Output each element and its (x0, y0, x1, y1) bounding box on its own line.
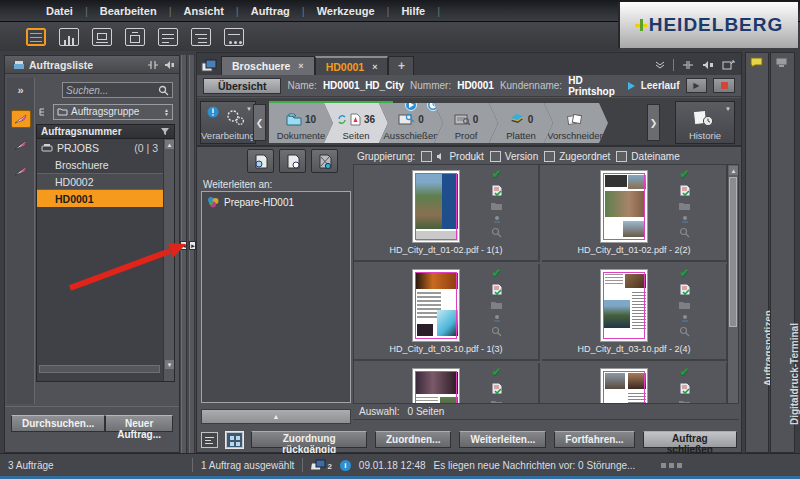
detach-window-icon[interactable] (722, 60, 735, 70)
side-tab-auftragsnotizen[interactable]: Auftragsnotizen (745, 52, 769, 453)
menu-datei[interactable]: Datei (34, 5, 85, 17)
page-accept-tool-icon[interactable] (279, 149, 306, 173)
job-list-hscrollbar[interactable] (39, 365, 160, 373)
page-thumbnail[interactable] (412, 269, 460, 342)
tree-row-hd0002[interactable]: HD0002 (37, 173, 174, 190)
menu-ansicht[interactable]: Ansicht (171, 5, 235, 17)
scroll-up-icon[interactable]: ▲ (729, 166, 738, 175)
continue-button[interactable]: Fortfahren... (554, 431, 634, 448)
step-proof[interactable]: 0 Proof (434, 103, 498, 143)
grouping-produkt[interactable]: Produkt (421, 151, 483, 162)
stop-button[interactable] (713, 78, 735, 93)
processing-step[interactable]: ▼ Verarbeitung (200, 101, 256, 144)
page-thumbnail[interactable] (412, 368, 460, 404)
grid-scrollbar[interactable]: ▲ (727, 164, 739, 404)
tree-mode-icon[interactable] (38, 107, 50, 117)
printer-icon[interactable] (125, 28, 145, 46)
splitter-collapse-right-icon[interactable]: ► (189, 241, 196, 250)
dateiname-checkbox[interactable] (616, 151, 627, 162)
job-list-scrollbar[interactable]: ▲ ▼ (163, 139, 174, 381)
dropdown-icon[interactable]: ▼ (246, 106, 252, 112)
speaker-icon[interactable] (163, 60, 175, 70)
forward-button[interactable]: Weiterleiten... (459, 431, 546, 448)
expand-strip-icon[interactable]: » (17, 84, 23, 96)
import-document-icon[interactable] (158, 28, 178, 46)
tab-broschuere[interactable]: Broschuere × (221, 56, 315, 75)
search-icon[interactable] (158, 85, 169, 96)
browse-button[interactable]: Durchsuchen... (11, 415, 105, 432)
grid-view-icon[interactable] (226, 432, 243, 448)
grouping-version[interactable]: Version (490, 151, 538, 162)
assign-button[interactable]: Zuordnen... (375, 431, 451, 448)
menu-hilfe[interactable]: Hilfe (389, 5, 437, 17)
start-button[interactable]: ▶ (686, 78, 708, 93)
step-ausschiessen[interactable]: 0 Ausschießen (379, 103, 443, 143)
page-thumbnail[interactable] (412, 170, 460, 243)
tree-row-broschuere[interactable]: Broschuere (37, 156, 174, 173)
group-selector-dropdown[interactable]: Auftragsgruppe ▲▼ (53, 104, 173, 120)
column-filter-icon[interactable] (160, 127, 170, 136)
statistics-icon[interactable] (59, 28, 79, 46)
page-cell[interactable]: ✔ HD_City_dt_01-02.pdf - 2(2) (542, 165, 728, 262)
collapse-header-icon[interactable] (655, 61, 665, 69)
page-cell[interactable]: ✔ HD_City_dt_03-10.pdf - 1(3) (354, 264, 540, 361)
page-cell[interactable]: ✔ HD_City_dt_03-10.pdf - 2(4) (542, 264, 728, 361)
page-cell[interactable]: ✔ (542, 363, 728, 404)
forward-target-prepare[interactable]: Prepare-HD001 (202, 192, 350, 212)
split-view-icon[interactable] (682, 60, 694, 70)
scroll-up-icon[interactable]: ▲ (165, 140, 174, 149)
forward-panel-collapse-button[interactable]: ▲ (201, 409, 351, 424)
close-job-button[interactable]: Auftrag schließen (643, 431, 737, 448)
steps-scroll-right-icon[interactable]: ❯ (647, 104, 660, 141)
page-cell[interactable]: ✔ HD_City_dt_01-02.pdf - 1(1) (354, 165, 540, 262)
step-platten[interactable]: 0 Platten (489, 103, 553, 143)
grouping-dateiname[interactable]: Dateiname (616, 151, 679, 162)
column-header-auftragsnummer[interactable]: Auftragsnummer (36, 124, 175, 139)
page-thumbnail[interactable] (600, 269, 648, 342)
filter-recent-jobs-icon[interactable] (11, 136, 31, 154)
new-tab-button[interactable]: + (388, 56, 414, 75)
side-tab-digitaldruck-terminal[interactable]: Digitaldruck-Terminal (770, 52, 795, 453)
step-dokumente[interactable]: 10 Dokumente (269, 103, 333, 143)
filter-archived-jobs-icon[interactable] (11, 162, 31, 180)
step-vorschneiden[interactable]: Vorschneiden (544, 103, 608, 143)
tree-row-hd0001-selected[interactable]: HD0001 (37, 190, 174, 207)
overview-button[interactable]: Übersicht (203, 78, 281, 94)
history-step[interactable]: ▼ Historie (675, 101, 735, 144)
forward-to-list[interactable]: Prepare-HD001 (201, 191, 351, 403)
job-list-icon[interactable] (26, 28, 46, 46)
zugeordnet-checkbox[interactable] (544, 151, 555, 162)
steps-scroll-left-icon[interactable]: ❮ (253, 104, 266, 141)
list-view-icon[interactable] (201, 432, 218, 448)
queue-document-icon[interactable] (224, 28, 244, 46)
tab-hd0001-active[interactable]: HD0001 × (315, 56, 389, 75)
filter-all-jobs-icon[interactable] (11, 110, 31, 128)
status-message[interactable]: Es liegen neue Nachrichten vor: 0 Störun… (434, 460, 636, 471)
report-document-icon[interactable] (191, 28, 211, 46)
page-cell[interactable]: ✔ (354, 363, 540, 404)
undo-assignment-button[interactable]: Zuordnung rückgängig (251, 431, 367, 448)
splitter-collapse-left-icon[interactable]: ◄ (180, 241, 187, 250)
collapse-panel-icon[interactable] (147, 60, 159, 70)
menu-auftrag[interactable]: Auftrag (239, 5, 302, 17)
system-settings-icon[interactable] (92, 28, 112, 46)
step-seiten-active[interactable]: 36 Seiten (324, 103, 388, 143)
produkt-checkbox[interactable] (421, 151, 432, 162)
tree-group-prjobs[interactable]: PRJOBS (0 | 3 (37, 139, 174, 156)
search-input[interactable]: Suchen... (62, 82, 173, 98)
menu-bearbeiten[interactable]: Bearbeiten (88, 5, 169, 17)
grouping-zugeordnet[interactable]: Zugeordnet (544, 151, 610, 162)
new-job-button[interactable]: Neuer Auftrag... (105, 415, 173, 432)
speaker-icon[interactable] (702, 60, 714, 70)
scroll-down-icon[interactable]: ▼ (165, 360, 174, 369)
page-thumbnail[interactable] (600, 368, 648, 404)
menu-werkzeuge[interactable]: Werkzeuge (305, 5, 387, 17)
version-checkbox[interactable] (490, 151, 501, 162)
page-reject-tool-icon[interactable] (311, 149, 338, 173)
info-icon[interactable]: i (340, 460, 351, 471)
tab-close-icon[interactable]: × (372, 62, 377, 72)
dropdown-icon[interactable]: ▼ (725, 106, 731, 112)
panel-splitter[interactable]: ◄ ► (180, 55, 196, 453)
message-queue-icon[interactable]: 2 (311, 459, 331, 471)
page-thumbnail[interactable] (600, 170, 648, 243)
